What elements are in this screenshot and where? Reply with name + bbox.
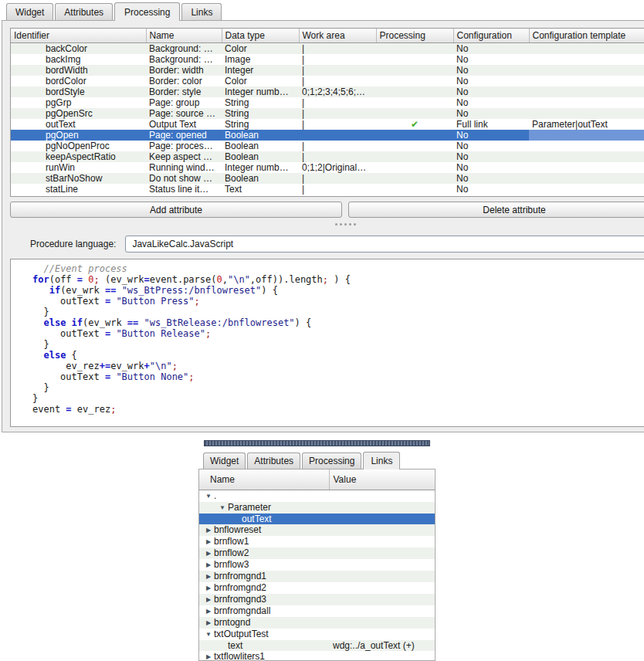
attr-cell[interactable] [376,65,453,76]
link-value-cell[interactable] [329,490,435,502]
attr-cell[interactable]: pgNoOpenProc [11,141,146,151]
attr-cell[interactable]: bordStyle [11,86,146,97]
attr-cell[interactable]: Page: opened [146,130,222,141]
main-tab-widget[interactable]: Widget [6,3,53,20]
attr-row-backImg[interactable]: backImgBackground: …Image|No [11,54,644,65]
link-name-cell[interactable]: ▶brnflow1 [199,536,329,547]
attr-cell[interactable] [376,141,453,151]
attr-cell[interactable]: String [222,119,299,130]
attr-row-statLine[interactable]: statLineStatus line it…Text|No [11,184,644,195]
attr-cell[interactable]: Color [222,43,299,55]
column-header-data-type[interactable]: Data type [222,29,299,43]
attr-cell[interactable]: No [453,54,529,65]
link-name-cell[interactable]: ▶brnfromgnd2 [199,582,329,594]
attr-cell[interactable]: backColor [11,43,146,55]
attr-cell[interactable]: bordWidth [11,65,146,76]
attr-cell[interactable]: Text [222,184,299,195]
link-name-cell[interactable]: ▶brnfromgndall [199,605,329,617]
link-name-cell[interactable]: ▶brnflow3 [199,559,329,571]
attr-cell[interactable] [376,97,453,108]
collapsed-arrow-icon[interactable]: ▶ [203,595,214,605]
attr-cell[interactable]: backImg [11,54,146,65]
link-value-cell[interactable] [329,651,435,661]
procedure-code-editor[interactable]: //Event processfor(off = 0; (ev_wrk=even… [10,259,644,427]
attr-cell[interactable]: Border: width [146,65,222,76]
attr-cell[interactable]: statLine [11,184,146,195]
attr-cell[interactable]: No [453,65,529,76]
attr-cell[interactable] [299,130,376,141]
links-tab-links[interactable]: Links [363,452,400,469]
attr-cell[interactable] [529,97,644,108]
attr-cell[interactable]: | [299,76,376,86]
attr-cell[interactable]: Border: color [146,76,222,86]
links-tab-widget[interactable]: Widget [203,453,246,469]
attr-cell[interactable]: 0;1;2;3;4;5;6;… [299,86,376,97]
link-row-parameter[interactable]: ▼Parameter [199,502,435,514]
link-value-cell[interactable] [329,502,435,514]
attr-cell[interactable]: No [453,151,529,162]
attr-cell[interactable] [529,108,644,119]
link-row-brnfromgnd1[interactable]: ▶brnfromgnd1 [199,571,435,582]
attr-cell[interactable]: No [453,141,529,151]
link-name-cell[interactable]: ▶brnfromgnd1 [199,571,329,582]
attr-cell[interactable]: No [453,108,529,119]
attr-cell[interactable] [529,130,644,141]
splitter-handle[interactable] [10,221,644,228]
link-value-cell[interactable] [329,524,435,536]
column-header-configuration-template[interactable]: Configuration template [529,29,644,43]
link-row-root[interactable]: ▼. [199,490,435,502]
attr-cell[interactable] [376,86,453,97]
links-tab-attributes[interactable]: Attributes [247,453,300,469]
expanded-arrow-icon[interactable]: ▼ [203,629,214,640]
link-value-cell[interactable] [329,514,435,524]
collapsed-arrow-icon[interactable]: ▶ [203,606,214,617]
link-name-cell[interactable]: ▶brnfromgnd3 [199,594,329,605]
collapsed-arrow-icon[interactable]: ▶ [203,652,214,661]
link-name-cell[interactable]: outText [199,514,329,524]
link-row-brnfromgndall[interactable]: ▶brnfromgndall [199,605,435,617]
link-row-outtext[interactable]: outText [199,514,435,524]
attr-cell[interactable]: Running wind… [146,162,222,173]
attr-cell[interactable] [376,173,453,184]
column-header-processing[interactable]: Processing [376,29,453,43]
attr-cell[interactable]: pgGrp [11,97,146,108]
dock-drag-handle[interactable] [204,440,430,446]
link-value-cell[interactable] [329,571,435,582]
attr-cell[interactable] [529,173,644,184]
attr-cell[interactable]: Image [222,54,299,65]
link-row-bnflowreset[interactable]: ▶bnflowreset [199,524,435,536]
attr-cell[interactable]: Background: … [146,43,222,55]
attr-cell[interactable]: No [453,97,529,108]
attr-cell[interactable]: Integer numb… [222,86,299,97]
attr-cell[interactable] [376,130,453,141]
attr-cell[interactable]: stBarNoShow [11,173,146,184]
attr-row-runWin[interactable]: runWinRunning wind…Integer numb…0;1;2|Or… [11,162,644,173]
link-name-cell[interactable]: ▼txtOutputTest [199,629,329,640]
attr-cell[interactable]: Parameter|outText [529,119,644,130]
attr-cell[interactable]: | [299,119,376,130]
link-row-text[interactable]: textwdg:../a_outText (+) [199,640,435,651]
attr-cell[interactable]: No [453,173,529,184]
column-header-value[interactable]: Value [329,469,435,490]
link-value-cell[interactable] [329,594,435,605]
link-name-cell[interactable]: ▶brntognd [199,617,329,629]
attr-cell[interactable]: Page: source … [146,108,222,119]
link-name-cell[interactable]: ▼. [199,490,329,502]
attr-cell[interactable]: runWin [11,162,146,173]
attr-cell[interactable]: | [299,151,376,162]
column-header-name[interactable]: Name [199,469,329,490]
add-attribute-button[interactable]: Add attribute [10,202,342,218]
collapsed-arrow-icon[interactable]: ▶ [203,583,214,594]
attr-cell[interactable]: | [299,54,376,65]
link-value-cell[interactable]: wdg:../a_outText (+) [329,640,435,651]
attr-row-outText[interactable]: outTextOutput TextString|✔Full linkParam… [11,119,644,130]
attr-row-bordStyle[interactable]: bordStyleBorder: styleInteger numb…0;1;2… [11,86,644,97]
column-header-name[interactable]: Name [146,29,222,43]
attr-cell[interactable]: Integer [222,65,299,76]
attr-cell[interactable] [529,43,644,55]
procedure-language-select[interactable]: JavaLikeCalc.JavaScript [125,236,644,253]
attr-cell[interactable]: No [453,162,529,173]
attr-cell[interactable]: Do not show … [146,173,222,184]
attr-cell[interactable] [529,54,644,65]
attr-cell[interactable]: Output Text [146,119,222,130]
